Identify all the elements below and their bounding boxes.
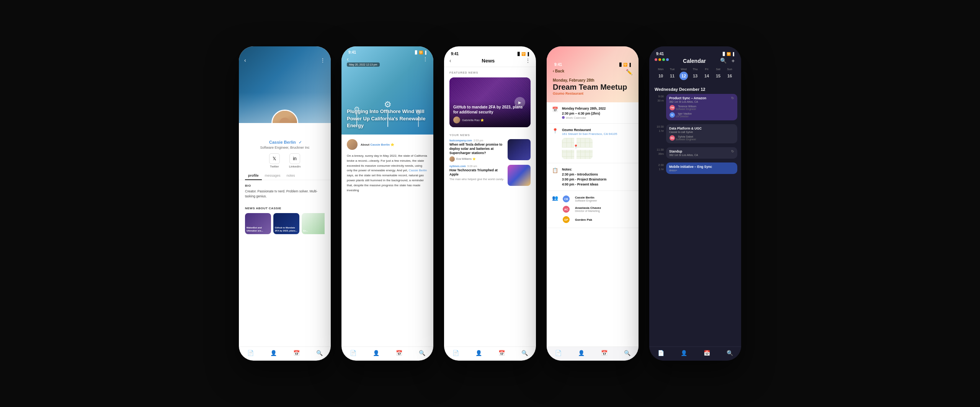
event-standup[interactable]: ↻ Standup 382 1st St Los Altos, CA (666, 147, 737, 159)
back-icon-4[interactable]: ‹ Back (553, 69, 564, 75)
sync-icon-2: ↻ (731, 149, 734, 153)
nav-item-profile-2[interactable]: 👤 (364, 350, 387, 356)
cassie-link[interactable]: Cassie Berlin (409, 169, 427, 172)
event-location: Ozumo Restaurant (553, 92, 632, 95)
event-product-sync[interactable]: ↻ Product Sync – Amazon 382 1st St Los A… (666, 94, 737, 120)
day-tue[interactable]: Tue 11 (667, 67, 678, 80)
doc-icon: 📄 (247, 350, 254, 356)
linkedin-link[interactable]: in LinkedIn (289, 153, 301, 168)
calendar-icon-4: 📅 (601, 350, 608, 356)
profile-icon-4: 👤 (578, 350, 585, 356)
tab-profile[interactable]: profile (245, 171, 262, 180)
nav-item-search[interactable]: 🔍 (308, 350, 331, 356)
edit-icon[interactable]: ✏️ (626, 69, 632, 75)
avatar-container (271, 110, 298, 123)
day-fri[interactable]: Fri 14 (701, 67, 712, 80)
nav-item-profile-4[interactable]: 👤 (570, 350, 593, 356)
cal-nav-doc[interactable]: 📄 (649, 350, 672, 356)
day-thu[interactable]: Thu 13 (690, 67, 701, 80)
news-item-2[interactable]: nytimes.com 9:09 am How Technocrats Triu… (449, 165, 531, 186)
more-icon[interactable]: ⋮ (320, 57, 325, 63)
news-item-1[interactable]: fastcompany.com 2:03 pm When will Tesla … (449, 139, 531, 162)
day-num-mon: 10 (657, 72, 665, 80)
day-num-sat: 15 (714, 72, 722, 80)
cal-body: 9:00 30 m ↻ Product Sync – Amazon 382 1s… (649, 94, 741, 346)
location-addr-link[interactable]: 161 Steuart St San Francisco, CA 94105 (562, 132, 633, 136)
nav-item-search-4[interactable]: 🔍 (616, 350, 639, 356)
map-thumb[interactable]: 📍 (562, 138, 593, 159)
nav-item-calendar-2[interactable]: 📅 (387, 350, 410, 356)
day-label-sat: Sat (716, 67, 720, 71)
phone-event: 9:41 ▊ 🛜 ▐ ‹ Back ✏️ Monday, February 28… (547, 46, 639, 361)
search-cal-icon[interactable]: 🔍 (720, 57, 727, 64)
attendee-avatar-2: AC (562, 205, 570, 213)
cal-nav-profile[interactable]: 👤 (672, 350, 695, 356)
back-icon-2[interactable]: ‹ (347, 56, 349, 62)
person-sg-info: Sylvia Gabot Software Engineer (676, 135, 696, 141)
nav-item-calendar-4[interactable]: 📅 (593, 350, 616, 356)
day-label-thu: Thu (693, 67, 698, 71)
twitter-link[interactable]: 𝕏 Twitter (269, 153, 280, 168)
status-time-4: 9:41 (554, 62, 562, 67)
profile-tabs: profile messages notes (239, 171, 331, 180)
news-headline-1: When will Tesla deliver promise to deplo… (449, 143, 505, 155)
nav-item-search-3[interactable]: 🔍 (513, 350, 536, 356)
day-mon[interactable]: Mon 10 (655, 67, 666, 80)
more-icon-2[interactable]: ⋮ (423, 56, 428, 62)
about-label: About Cassie Berlin ⭐ (361, 143, 394, 146)
nav-item-doc-2[interactable]: 📄 (341, 350, 364, 356)
nav-item-doc[interactable]: 📄 (239, 350, 262, 356)
day-wed[interactable]: Wed 12 (678, 67, 689, 80)
nav-item-calendar-3[interactable]: 📅 (490, 350, 513, 356)
time-row-230: 2:30 1 hr Mobile Initiative – Eng Sync d… (653, 162, 737, 176)
event-time-main: 2:30 pm – 4:30 pm (2hrs) (562, 111, 633, 116)
event-data-platform[interactable]: Data Platform & UGC Cassie to call Sylvi… (666, 124, 737, 143)
news-thumb-right-2 (508, 165, 531, 186)
author-name-link[interactable]: Cassie Berlin (370, 143, 390, 146)
nav-item-profile-3[interactable]: 👤 (467, 350, 490, 356)
tab-notes[interactable]: notes (284, 171, 298, 180)
featured-card-content: GitHub to mandate 2FA by 2023, plans for… (449, 101, 531, 127)
back-icon[interactable]: ‹ (244, 57, 246, 63)
person-tw-info: Terence Wilson Software Engineer (676, 105, 696, 110)
event-cards-230: Mobile Initiative – Eng Sync dress+ (666, 162, 737, 176)
news-label-2: Github to Mandate 2FA by 2023, plans... (275, 226, 298, 233)
featured-card[interactable]: ▶ GitHub to mandate 2FA by 2023, plans f… (449, 77, 531, 127)
notes-detail-icon: 📋 (552, 167, 558, 173)
news-thumb-2[interactable]: Github to Mandate 2FA by 2023, plans... (273, 213, 299, 234)
back-icon-3[interactable]: ‹ (449, 57, 451, 64)
avatar-face (273, 111, 297, 123)
cal-nav-calendar[interactable]: 📅 (695, 350, 718, 356)
status-bar-4: 9:41 ▊ 🛜 ▐ (553, 60, 632, 69)
nav-item-doc-3[interactable]: 📄 (444, 350, 467, 356)
nav-item-search-2[interactable]: 🔍 (410, 350, 433, 356)
news-source-row-1: fastcompany.com 2:03 pm (449, 139, 505, 142)
event-mobile-initiative[interactable]: Mobile Initiative – Eng Sync dress+ (666, 162, 737, 174)
news-source-1: fastcompany.com (449, 139, 472, 142)
nav-item-profile[interactable]: 👤 (262, 350, 285, 356)
news-thumb-3[interactable]: En... (302, 213, 325, 234)
tab-messages[interactable]: messages (262, 171, 284, 180)
nav-item-doc-4[interactable]: 📄 (547, 350, 570, 356)
news-time-1: 2:03 pm (474, 139, 483, 142)
article-body: About Cassie Berlin ⭐ On a breezy, sunny… (341, 135, 433, 346)
news-thumb-1[interactable]: MakerBot and Ultimaker are... (245, 213, 271, 234)
news-desc-2: The man who helped give the world candy- (449, 177, 505, 181)
cal-bottom-nav: 📄 👤 📅 🔍 (649, 346, 741, 361)
person-iv: IV (669, 112, 675, 118)
day-sat[interactable]: Sat 15 (713, 67, 724, 80)
cal-nav-search[interactable]: 🔍 (718, 350, 741, 356)
duration-1030: 1 hr (653, 128, 664, 133)
add-cal-icon[interactable]: ＋ (730, 57, 736, 64)
cal-calendar-icon: 📅 (704, 350, 710, 356)
news-nav: ‹ News ⋮ (449, 57, 531, 64)
attendee-name-3: Gorden Pak (575, 218, 633, 222)
nav-item-calendar[interactable]: 📅 (285, 350, 308, 356)
news-item-text-1: fastcompany.com 2:03 pm When will Tesla … (449, 139, 505, 162)
event-title-2: Data Platform & UGC (669, 126, 734, 131)
day-sun[interactable]: Sun 16 (724, 67, 735, 80)
calendar-icon-2: 📅 (396, 350, 402, 356)
day-label-fri: Fri (705, 67, 709, 71)
more-icon-3[interactable]: ⋮ (525, 57, 531, 64)
time-row-1030: 10:30 1 hr Data Platform & UGC Cassie to… (653, 124, 737, 145)
